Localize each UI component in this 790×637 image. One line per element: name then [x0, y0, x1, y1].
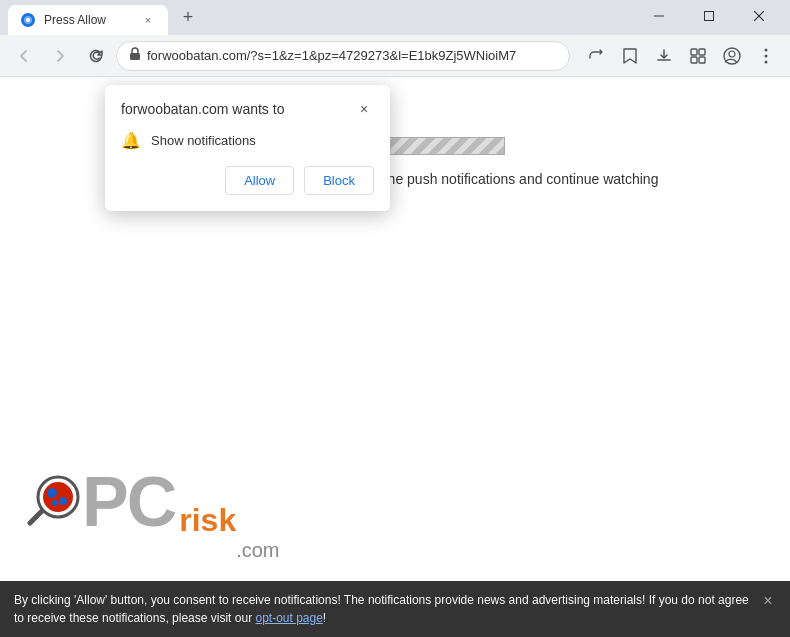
bottom-bar-text: By clicking 'Allow' button, you consent …: [14, 591, 754, 627]
popup-header: forwoobatan.com wants to ×: [121, 99, 374, 119]
svg-rect-10: [691, 57, 697, 63]
tab-close-button[interactable]: ×: [140, 12, 156, 28]
svg-rect-4: [705, 11, 714, 20]
popup-close-button[interactable]: ×: [354, 99, 374, 119]
popup-notification-item: 🔔 Show notifications: [121, 131, 374, 150]
svg-rect-9: [699, 49, 705, 55]
svg-rect-3: [654, 15, 664, 16]
close-window-button[interactable]: [736, 1, 782, 31]
bottom-notification-bar: By clicking 'Allow' button, you consent …: [0, 581, 790, 637]
logo-area: PC risk.com: [20, 467, 280, 537]
browser-tab[interactable]: Press Allow ×: [8, 5, 168, 35]
risk-logo-text: risk.com: [179, 502, 279, 539]
tab-favicon-icon: [20, 12, 36, 28]
popup-title: forwoobatan.com wants to: [121, 101, 284, 117]
allow-button[interactable]: Allow: [225, 166, 294, 195]
block-button[interactable]: Block: [304, 166, 374, 195]
window-chrome: Press Allow × +: [0, 0, 790, 77]
profile-button[interactable]: [716, 40, 748, 72]
nav-bar: forwoobatan.com/?s=1&z=1&pz=4729273&l=E1…: [0, 35, 790, 77]
svg-point-20: [47, 488, 57, 498]
nav-right-icons: [580, 40, 782, 72]
opt-out-link[interactable]: opt-out page: [255, 611, 322, 625]
forward-button[interactable]: [44, 40, 76, 72]
notification-popup: forwoobatan.com wants to × 🔔 Show notifi…: [105, 85, 390, 211]
pcrisk-magnifier-logo: [20, 471, 82, 533]
url-text: forwoobatan.com/?s=1&z=1&pz=4729273&l=E1…: [147, 48, 557, 63]
svg-point-14: [765, 48, 768, 51]
tab-label: Press Allow: [44, 13, 106, 27]
address-bar[interactable]: forwoobatan.com/?s=1&z=1&pz=4729273&l=E1…: [116, 41, 570, 71]
bottom-bar-close-button[interactable]: ×: [758, 591, 778, 611]
svg-rect-7: [130, 53, 140, 60]
lock-icon: [129, 47, 141, 64]
browser-content: forwoobatan.com wants to × 🔔 Show notifi…: [0, 77, 790, 637]
pcrisk-text-logo: PC risk.com: [82, 467, 280, 537]
svg-rect-11: [699, 57, 705, 63]
svg-point-2: [26, 18, 30, 22]
maximize-button[interactable]: [686, 1, 732, 31]
title-bar: Press Allow × +: [0, 0, 790, 35]
window-controls: [636, 1, 782, 31]
svg-point-13: [729, 51, 735, 57]
back-button[interactable]: [8, 40, 40, 72]
svg-point-22: [52, 500, 58, 506]
minimize-button[interactable]: [636, 1, 682, 31]
svg-point-19: [43, 482, 73, 512]
svg-point-21: [59, 497, 67, 505]
bell-icon: 🔔: [121, 131, 141, 150]
bookmark-button[interactable]: [614, 40, 646, 72]
popup-item-label: Show notifications: [151, 133, 256, 148]
menu-button[interactable]: [750, 40, 782, 72]
svg-point-16: [765, 60, 768, 63]
extension-button[interactable]: [682, 40, 714, 72]
share-button[interactable]: [580, 40, 612, 72]
reload-button[interactable]: [80, 40, 112, 72]
new-tab-button[interactable]: +: [174, 4, 202, 32]
popup-buttons: Allow Block: [121, 166, 374, 195]
download-button[interactable]: [648, 40, 680, 72]
pc-logo-text: PC: [82, 467, 175, 537]
svg-point-15: [765, 54, 768, 57]
svg-rect-8: [691, 49, 697, 55]
